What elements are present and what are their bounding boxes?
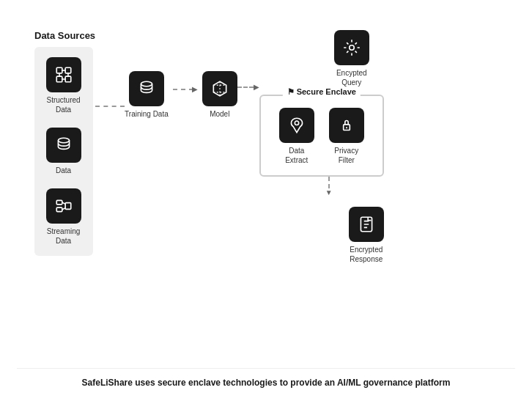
data-label: Data xyxy=(56,166,71,175)
svg-rect-9 xyxy=(56,200,62,204)
encrypted-response-section: EncryptedResponse xyxy=(349,207,384,264)
training-data-icon xyxy=(129,71,164,106)
svg-point-18 xyxy=(346,127,347,128)
privacy-filter-icon xyxy=(329,108,364,143)
data-item: Data xyxy=(46,128,81,175)
svg-rect-1 xyxy=(65,67,71,73)
data-sources-box: StructuredData Data xyxy=(34,47,93,256)
model-label: Model xyxy=(210,109,229,119)
svg-point-14 xyxy=(141,81,152,87)
secure-enclave-box: ⚑ Secure Enclave DataExtract xyxy=(259,95,384,177)
footer-text: SafeLiShare uses secure enclave technolo… xyxy=(17,368,515,397)
svg-rect-2 xyxy=(56,76,62,82)
privacy-filter-item: PrivacyFilter xyxy=(329,108,364,165)
diagram-container: Data Sources xyxy=(17,15,515,397)
privacy-filter-label: PrivacyFilter xyxy=(334,146,358,165)
svg-point-15 xyxy=(350,45,355,51)
training-data-label: Training Data xyxy=(125,109,169,119)
encrypted-query-label: EncyptedQuery xyxy=(336,68,367,87)
svg-rect-11 xyxy=(65,203,71,210)
streaming-data-item: StreamingData xyxy=(46,188,81,246)
secure-enclave-label: ⚑ Secure Enclave xyxy=(283,87,361,97)
svg-point-8 xyxy=(58,138,69,143)
data-extract-icon xyxy=(279,108,314,143)
enclave-icons-row: DataExtract PrivacyFilter xyxy=(279,108,364,165)
svg-rect-0 xyxy=(56,67,62,73)
data-sources-section: Data Sources xyxy=(32,30,95,256)
streaming-data-label: StreamingData xyxy=(47,227,81,246)
training-data-node: Training Data xyxy=(125,71,169,119)
model-icon xyxy=(202,71,237,106)
model-node: Model xyxy=(202,71,237,119)
encrypted-query-icon xyxy=(334,30,369,65)
encrypted-response-icon xyxy=(349,207,384,242)
structured-data-label: StructuredData xyxy=(46,95,80,114)
svg-rect-10 xyxy=(56,207,62,211)
svg-point-16 xyxy=(295,121,298,125)
data-extract-label: DataExtract xyxy=(285,146,308,165)
data-sources-label: Data Sources xyxy=(34,30,95,41)
svg-rect-3 xyxy=(65,76,71,82)
encrypted-query-section: EncyptedQuery xyxy=(334,30,369,87)
encrypted-response-label: EncryptedResponse xyxy=(350,245,383,264)
streaming-data-icon xyxy=(46,188,81,224)
data-extract-item: DataExtract xyxy=(279,108,314,165)
data-icon xyxy=(46,128,81,163)
structured-data-item: StructuredData xyxy=(46,57,81,114)
structured-data-icon xyxy=(46,57,81,92)
